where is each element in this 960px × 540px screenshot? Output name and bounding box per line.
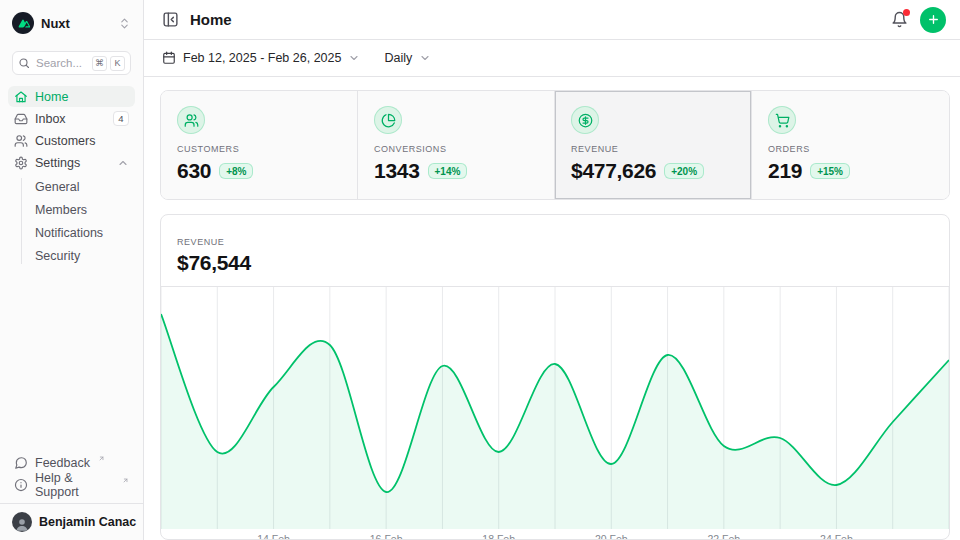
period-label: Daily [384, 51, 412, 65]
search-input[interactable]: Search... ⌘ K [12, 51, 131, 75]
circle-dollar-icon [571, 106, 599, 134]
sidebar-item-members[interactable]: Members [8, 198, 135, 221]
users-icon [14, 134, 28, 148]
search-placeholder: Search... [36, 57, 86, 69]
sidebar-item-home[interactable]: Home [8, 86, 135, 107]
team-name: Nuxt [41, 16, 111, 31]
x-axis-label: 22 Feb [708, 533, 741, 540]
kbd-k: K [110, 56, 125, 71]
sidebar-item-security[interactable]: Security [8, 244, 135, 267]
footer-link-label: Feedback [35, 456, 90, 470]
chart-plot[interactable]: 14 Feb16 Feb18 Feb20 Feb22 Feb24 Feb [161, 287, 949, 540]
chart-label: REVENUE [177, 237, 933, 247]
stat-label: CUSTOMERS [177, 144, 341, 154]
stat-value: 219 [768, 159, 802, 183]
date-range-label: Feb 12, 2025 - Feb 26, 2025 [183, 51, 341, 65]
page-title: Home [190, 11, 232, 28]
revenue-area-chart: 14 Feb16 Feb18 Feb20 Feb22 Feb24 Feb [161, 287, 949, 540]
x-axis-label: 24 Feb [820, 533, 853, 540]
add-button[interactable] [920, 7, 946, 33]
stat-label: ORDERS [768, 144, 933, 154]
date-range-picker[interactable]: Feb 12, 2025 - Feb 26, 2025 [162, 51, 360, 65]
x-axis-label: 18 Feb [482, 533, 515, 540]
chevron-up-icon [117, 157, 129, 169]
sidebar-item-notifications[interactable]: Notifications [8, 221, 135, 244]
stat-delta-badge: +14% [428, 163, 468, 179]
external-link-icon [122, 477, 129, 484]
sidebar-nav: Home Inbox 4 Customers Settings [8, 86, 135, 267]
stat-value: $477,626 [571, 159, 656, 183]
main-area: Home Feb 12, 2025 - Feb 26, 2025 [144, 0, 960, 540]
sidebar-item-label: Customers [35, 134, 95, 148]
nuxt-logo-icon [12, 12, 34, 34]
calendar-icon [162, 51, 176, 65]
notification-dot [903, 9, 910, 16]
help-support-link[interactable]: Help & Support [8, 474, 135, 495]
stat-label: REVENUE [571, 144, 735, 154]
search-shortcut: ⌘ K [92, 56, 125, 71]
users-icon [177, 106, 205, 134]
inbox-icon [14, 112, 28, 126]
period-select[interactable]: Daily [384, 51, 431, 65]
sidebar-item-label: Settings [35, 156, 80, 170]
sidebar-item-label: Inbox [35, 112, 66, 126]
kbd-cmd: ⌘ [92, 56, 107, 71]
toolbar: Feb 12, 2025 - Feb 26, 2025 Daily [144, 40, 960, 77]
stat-delta-badge: +15% [810, 163, 850, 179]
revenue-chart-card: REVENUE $76,544 14 Feb16 Feb18 Feb20 Feb… [160, 214, 950, 540]
sidebar: Nuxt Search... ⌘ K Home [0, 0, 144, 540]
stat-card-conversions[interactable]: CONVERSIONS 1343 +14% [358, 91, 555, 199]
sidebar-item-settings[interactable]: Settings [8, 152, 135, 173]
info-circle-icon [14, 478, 28, 492]
sidebar-item-customers[interactable]: Customers [8, 130, 135, 151]
house-icon [14, 90, 28, 104]
stat-label: CONVERSIONS [374, 144, 538, 154]
app-window: Nuxt Search... ⌘ K Home [0, 0, 960, 540]
x-axis-label: 20 Feb [595, 533, 628, 540]
sidebar-item-label: Home [35, 90, 68, 104]
chevrons-up-down-icon [118, 17, 131, 30]
footer-link-label: Help & Support [35, 471, 114, 499]
gear-icon [14, 156, 28, 170]
chart-pie-icon [374, 106, 402, 134]
sidebar-footer: Feedback Help & Support [0, 452, 143, 540]
stat-delta-badge: +8% [219, 163, 253, 179]
message-circle-icon [14, 456, 28, 470]
inbox-count-badge: 4 [113, 111, 129, 126]
stats-grid: CUSTOMERS 630 +8% CONVERSIONS 1343 +14% [160, 90, 950, 200]
chevron-down-icon [348, 52, 360, 64]
user-menu[interactable]: Benjamin Canac [0, 503, 143, 540]
search-icon [18, 57, 30, 69]
x-axis-label: 14 Feb [257, 533, 290, 540]
stat-card-customers[interactable]: CUSTOMERS 630 +8% [161, 91, 358, 199]
external-link-icon [98, 455, 105, 462]
avatar [12, 512, 32, 532]
settings-submenu: General Members Notifications Security [8, 175, 135, 267]
sidebar-item-inbox[interactable]: Inbox 4 [8, 108, 135, 129]
stat-card-orders[interactable]: ORDERS 219 +15% [752, 91, 949, 199]
user-name: Benjamin Canac [39, 515, 136, 529]
stat-value: 1343 [374, 159, 420, 183]
topbar: Home [144, 0, 960, 40]
x-axis-label: 16 Feb [370, 533, 403, 540]
notifications-button[interactable] [891, 11, 908, 28]
sidebar-collapse-button[interactable] [162, 11, 179, 28]
stat-card-revenue[interactable]: REVENUE $477,626 +20% [555, 91, 752, 199]
sidebar-item-general[interactable]: General [8, 175, 135, 198]
stat-delta-badge: +20% [664, 163, 704, 179]
stat-value: 630 [177, 159, 211, 183]
chart-total: $76,544 [177, 251, 933, 275]
team-switcher[interactable]: Nuxt [8, 9, 135, 37]
dashboard-content: CUSTOMERS 630 +8% CONVERSIONS 1343 +14% [144, 77, 960, 540]
shopping-cart-icon [768, 106, 796, 134]
chevron-down-icon [419, 52, 431, 64]
plus-icon [927, 13, 940, 26]
chart-header: REVENUE $76,544 [161, 215, 949, 287]
